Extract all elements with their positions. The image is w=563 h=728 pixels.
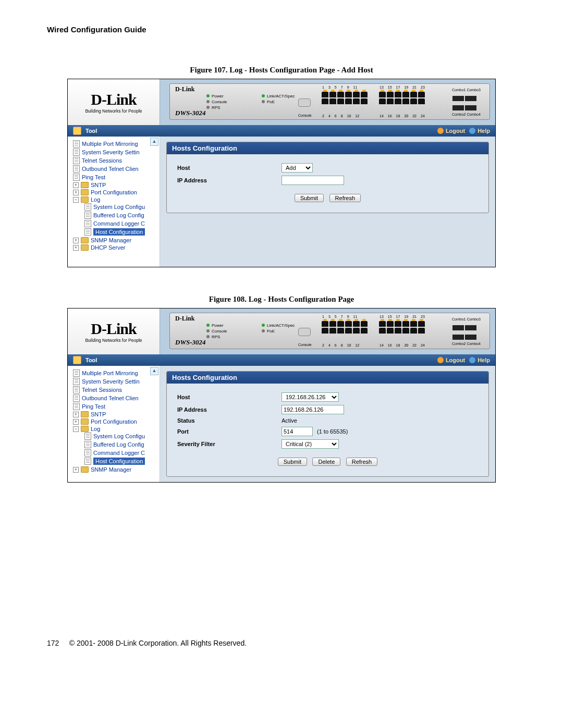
device-brand: D-Link (175, 85, 194, 93)
device-panel: D-Link DWS-3024 Power Console RPS Link/A… (160, 309, 495, 354)
tree-item[interactable]: System Severity Settin (73, 148, 160, 156)
tree-item[interactable]: +SNMP Manager (73, 466, 160, 473)
help-icon (469, 357, 475, 363)
tree-item[interactable]: +DHCP Server (73, 244, 160, 251)
tree-item[interactable]: Buffered Log Config (84, 440, 160, 449)
hosts-config-panel: Hosts Configuration Host 192.168.26.126 … (166, 371, 489, 477)
ports-1-12 (321, 91, 373, 105)
help-link[interactable]: Help (469, 128, 490, 134)
led-console: Console (206, 99, 227, 105)
logout-icon (437, 128, 444, 134)
tree-item-selected[interactable]: Host Configuration (84, 457, 160, 465)
tree-item[interactable]: +SNTP (73, 181, 160, 189)
nav-tree[interactable]: ▲ Multiple Port Mirroring System Severit… (68, 366, 160, 482)
led-link: Link/ACT/Spec (262, 93, 295, 99)
tool-label[interactable]: Tool (85, 128, 97, 134)
tree-item[interactable]: System Severity Settin (73, 377, 160, 386)
delete-button[interactable] (312, 458, 340, 466)
submit-button[interactable] (278, 458, 307, 466)
tree-item[interactable]: Multiple Port Mirroring (73, 140, 160, 148)
help-icon (469, 128, 475, 134)
tree-item-selected[interactable]: Host Configuration (84, 228, 160, 236)
toolbar: Tool Logout Help (68, 354, 495, 366)
tree-item[interactable]: Outbound Telnet Clien (73, 394, 160, 402)
led-rps: RPS (206, 334, 227, 340)
logo-brand: D-Link (91, 91, 136, 108)
tree-item[interactable]: Command Logger C (84, 219, 160, 228)
ip-label: IP Address (177, 406, 282, 413)
scroll-up-icon[interactable]: ▲ (150, 367, 158, 375)
nav-tree[interactable]: ▲ Multiple Port Mirroring System Severit… (68, 137, 160, 267)
figure-107-text: Log - Hosts Configuration Page - Add Hos… (229, 66, 373, 74)
tree-item[interactable]: Multiple Port Mirroring (73, 369, 160, 377)
refresh-button[interactable] (329, 194, 361, 202)
tool-icon[interactable] (73, 356, 81, 364)
combo-ports: Combo1 Combo3 Combo2 Combo4 (452, 94, 481, 110)
device-model: DWS-3024 (175, 109, 206, 117)
tree-item[interactable]: Outbound Telnet Clien (73, 165, 160, 173)
logout-link[interactable]: Logout (437, 357, 465, 363)
tree-item[interactable]: Command Logger C (84, 449, 160, 457)
tree-item[interactable]: System Log Configu (84, 203, 160, 211)
refresh-button[interactable] (346, 458, 378, 466)
tree-item[interactable]: Buffered Log Config (84, 211, 160, 219)
tree-item[interactable]: +Port Configuration (73, 189, 160, 196)
ip-input[interactable] (282, 176, 344, 185)
logout-link[interactable]: Logout (437, 128, 465, 134)
led-power: Power (206, 93, 227, 99)
host-select[interactable]: 192.168.26.126 (282, 392, 339, 402)
led-power: Power (206, 323, 227, 328)
toolbar: Tool Logout Help (68, 125, 495, 137)
tool-label[interactable]: Tool (85, 357, 97, 363)
tree-item[interactable]: +SNMP Manager (73, 237, 160, 244)
ports-1-12 (321, 320, 373, 334)
tree-item[interactable]: Telnet Sessions (73, 386, 160, 394)
console-port-icon (298, 328, 311, 336)
tree-item-log[interactable]: −Log System Log Configu Buffered Log Con… (73, 196, 160, 237)
help-link[interactable]: Help (469, 357, 490, 363)
scroll-up-icon[interactable]: ▲ (150, 138, 158, 146)
host-label: Host (177, 165, 282, 171)
led-rps: RPS (206, 105, 227, 110)
host-label: Host (177, 394, 282, 400)
device-model: DWS-3024 (175, 338, 206, 347)
figure-108-text: Log - Hosts Configuration Page (249, 295, 354, 303)
device-panel: D-Link DWS-3024 Power Console RPS Link/A… (160, 79, 495, 125)
figure-107-caption: Figure 107. Log - Hosts Configuration Pa… (47, 65, 516, 75)
panel-title: Hosts Configuration (167, 372, 488, 384)
tree-item[interactable]: Telnet Sessions (73, 156, 160, 165)
logo-area: D-Link Building Networks for People (68, 309, 160, 354)
status-value: Active (282, 417, 297, 424)
tree-item[interactable]: +Port Configuration (73, 418, 160, 425)
ports-13-24 (378, 320, 431, 334)
document-header: Wired Configuration Guide (47, 25, 516, 34)
figure-107-prefix: Figure 107. (190, 66, 229, 74)
led-poe: PoE (262, 99, 295, 105)
severity-label: Severity Filter (177, 441, 282, 447)
port-label: Port (177, 428, 282, 435)
tree-item[interactable]: System Log Configu (84, 432, 160, 440)
severity-select[interactable]: Critical (2) (282, 439, 339, 449)
tool-icon[interactable] (73, 127, 81, 135)
tree-item[interactable]: +SNTP (73, 411, 160, 418)
tree-item-log[interactable]: −Log System Log Configu Buffered Log Con… (73, 425, 160, 466)
host-select[interactable]: Add (282, 163, 313, 172)
page-footer: 172 © 2001- 2008 D-Link Corporation. All… (47, 639, 516, 647)
led-console: Console (206, 328, 227, 334)
screenshot-107: D-Link Building Networks for People D-Li… (67, 79, 496, 267)
led-link: Link/ACT/Spec (262, 323, 295, 328)
figure-108-caption: Figure 108. Log - Hosts Configuration Pa… (47, 294, 516, 304)
status-label: Status (177, 417, 282, 424)
ip-input[interactable] (282, 405, 344, 414)
console-port-icon (298, 98, 311, 107)
device-brand: D-Link (175, 315, 194, 323)
console-label: Console (298, 114, 312, 117)
submit-button[interactable] (295, 194, 324, 202)
panel-title: Hosts Configuration (167, 142, 488, 154)
port-input[interactable] (282, 427, 313, 436)
tree-item[interactable]: Ping Test (73, 402, 160, 411)
logout-icon (437, 357, 444, 363)
console-label: Console (298, 343, 312, 347)
screenshot-108: D-Link Building Networks for People D-Li… (67, 308, 496, 483)
tree-item[interactable]: Ping Test (73, 173, 160, 181)
